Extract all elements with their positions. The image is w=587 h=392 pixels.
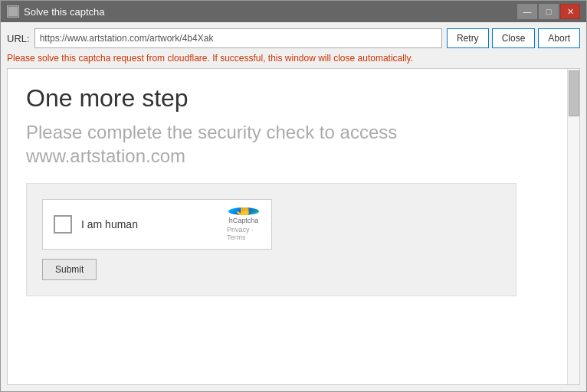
close-window-button[interactable]: ✕ (560, 4, 580, 19)
content-area: One more step Please complete the securi… (7, 68, 580, 385)
scrollbar-thumb[interactable] (569, 70, 579, 116)
abort-button[interactable]: Abort (538, 28, 580, 48)
human-label: I am human (81, 218, 218, 230)
page-heading: One more step (26, 84, 549, 113)
title-bar-left: Solve this captcha (7, 5, 105, 18)
close-button[interactable]: Close (492, 28, 536, 48)
main-window: Solve this captcha — □ ✕ URL: Retry Clos… (0, 0, 587, 392)
hcaptcha-brand-label: hCaptcha (229, 217, 259, 224)
url-bar: URL: Retry Close Abort (7, 28, 580, 48)
submit-button[interactable]: Submit (42, 259, 97, 280)
captcha-box: I am human 🤚 hCaptcha Privacy · Terms Su… (26, 183, 516, 296)
captcha-checkbox[interactable] (54, 215, 72, 234)
hcaptcha-circle: 🤚 (228, 207, 259, 215)
hcaptcha-hand-icon: 🤚 (234, 207, 254, 215)
title-bar: Solve this captcha — □ ✕ (1, 1, 586, 22)
hcaptcha-widget: I am human 🤚 hCaptcha Privacy · Terms (42, 199, 272, 250)
page-content: One more step Please complete the securi… (8, 69, 567, 384)
minimize-button[interactable]: — (517, 4, 537, 19)
title-bar-controls: — □ ✕ (517, 4, 580, 19)
hcaptcha-logo: 🤚 hCaptcha Privacy · Terms (227, 207, 261, 241)
maximize-button[interactable]: □ (539, 4, 559, 19)
window-title: Solve this captcha (24, 6, 105, 18)
retry-button[interactable]: Retry (447, 28, 489, 48)
url-label: URL: (7, 33, 30, 44)
svg-rect-0 (8, 7, 18, 16)
url-input[interactable] (34, 28, 442, 48)
window-icon (7, 5, 19, 18)
hcaptcha-links: Privacy · Terms (227, 226, 261, 241)
url-buttons: Retry Close Abort (447, 28, 580, 48)
page-subtext: Please complete the security check to ac… (26, 120, 549, 168)
info-text: Please solve this captcha request from c… (7, 53, 580, 64)
scrollbar[interactable] (567, 69, 579, 384)
window-body: URL: Retry Close Abort Please solve this… (1, 22, 586, 391)
